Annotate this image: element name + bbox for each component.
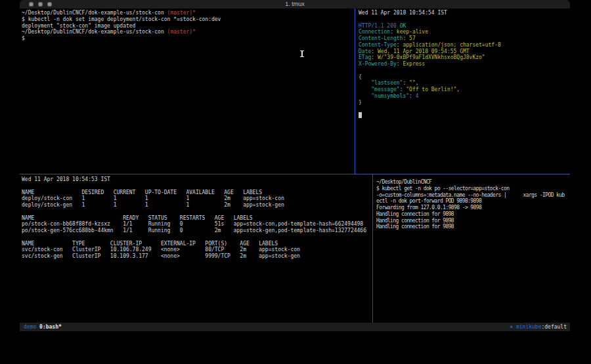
- window-tab-bash[interactable]: 0:bash*: [39, 324, 62, 330]
- status-left: demo 0:bash*: [24, 323, 62, 331]
- pane-divider-vertical-top-active[interactable]: [355, 9, 355, 174]
- tmux-content: ~/Desktop/DublinCNCF/dok-example-us/stoc…: [20, 9, 570, 323]
- kube-context: minikube: [516, 324, 542, 330]
- text-cursor-pointer-icon: [299, 50, 304, 58]
- window-titlebar[interactable]: 1. tmux: [20, 0, 570, 9]
- pane-divider-horizontal-left[interactable]: [20, 174, 355, 174]
- pane-bottom-right-port-forward[interactable]: ~/Desktop/DublinCNCF$ kubectl get -n dok…: [376, 179, 569, 230]
- pane-divider-vertical-bottom[interactable]: [372, 174, 373, 323]
- pane-divider-horizontal-right-active[interactable]: [355, 174, 570, 174]
- terminal-window: 1. tmux ~/Desktop/DublinCNCF/dok-example…: [20, 0, 570, 332]
- session-name: demo: [24, 324, 36, 330]
- kube-namespace: :default: [541, 324, 567, 330]
- kubernetes-helm-icon: ⎈: [510, 324, 516, 330]
- window-title: 1. tmux: [20, 1, 570, 7]
- tmux-status-bar: demo 0:bash* ⎈ minikube:default: [20, 323, 570, 331]
- pane-bottom-left-resource-tables[interactable]: Wed 11 Apr 2018 10:54:53 IST NAME DESIRE…: [22, 176, 371, 260]
- pane-top-right-http-response[interactable]: Wed 11 Apr 2018 10:54:54 IST HTTP/1.1 20…: [359, 10, 569, 119]
- status-right: ⎈ minikube:default: [510, 323, 567, 331]
- pane-top-left-kubectl-shell[interactable]: ~/Desktop/DublinCNCF/dok-example-us/stoc…: [22, 10, 353, 42]
